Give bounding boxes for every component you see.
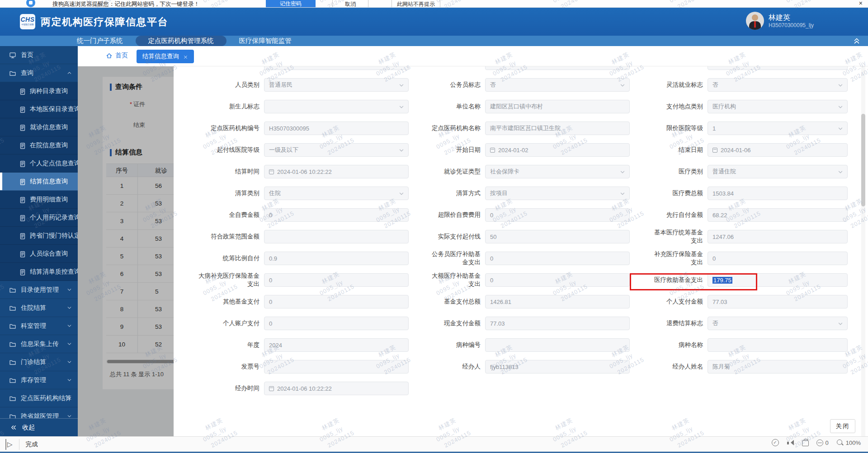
sidebar-item[interactable]: 个人定点信息查询 <box>0 154 78 173</box>
breadcrumb-home[interactable]: 首页 <box>106 51 128 60</box>
text-field[interactable] <box>485 338 630 352</box>
text-field[interactable]: 50 <box>485 230 630 243</box>
sidebar-item[interactable]: 目录使用管理 <box>0 281 78 299</box>
text-field[interactable]: 0 <box>485 252 630 265</box>
date-field[interactable]: 2024-01-06 10:22:22 <box>264 382 409 395</box>
sidebar-item[interactable]: 库存管理 <box>0 371 78 389</box>
select-field[interactable]: 普通住院 <box>708 165 848 178</box>
sidebar-item[interactable]: 本地医保目录查询 <box>0 100 78 118</box>
sidebar-item[interactable]: 个人用药记录查询 <box>0 209 78 227</box>
text-field[interactable]: 68.22 <box>708 208 848 222</box>
sidebar-item[interactable]: 病种目录查询 <box>0 82 78 100</box>
text-field[interactable]: fjyb113813 <box>485 360 630 374</box>
cancel-button[interactable]: 取消 <box>332 0 368 8</box>
text-field[interactable]: H35070300095 <box>264 121 409 135</box>
sidebar-item[interactable]: 结算信息查询 <box>0 173 78 191</box>
select-field[interactable]: 否 <box>708 317 848 330</box>
text-field[interactable]: 0.9 <box>264 252 409 265</box>
text-field[interactable] <box>708 66 848 70</box>
tab-institution-management[interactable]: 定点医药机构管理系统 <box>136 36 226 46</box>
security-check-icon[interactable]: ✓ <box>772 439 779 446</box>
text-field[interactable]: 77.03 <box>485 317 630 330</box>
field-value: 否 <box>712 81 718 89</box>
sidebar-item[interactable]: 就诊信息查询 <box>0 118 78 136</box>
text-field[interactable]: 0 <box>264 295 409 308</box>
date-field[interactable]: 2024-01-02 <box>485 143 630 157</box>
chevron-double-up-icon[interactable] <box>853 37 861 45</box>
sidebar-collapse-button[interactable]: 收起 <box>0 418 78 436</box>
select-field[interactable] <box>264 100 409 113</box>
chevron-down-icon <box>398 147 405 154</box>
user-box[interactable]: 林建英 H35070300095_ljy <box>746 12 814 30</box>
select-field[interactable]: 医疗机构 <box>708 100 848 113</box>
text-field[interactable] <box>485 66 630 70</box>
sidebar-item[interactable]: 首页 <box>0 46 78 64</box>
select-field[interactable]: 否 <box>485 78 630 92</box>
sidebar-item[interactable]: 跨省就医管理 <box>0 407 78 418</box>
field-label: 清算方式 <box>409 189 485 197</box>
scrollbar-thumb[interactable] <box>861 114 865 206</box>
page-tab-settlement-query[interactable]: 结算信息查询 <box>137 50 194 63</box>
chevron-down-icon <box>66 395 72 401</box>
tab-portal-subsystem[interactable]: 统一门户子系统 <box>64 36 136 46</box>
chevron-down-icon <box>837 104 844 110</box>
sidebar-item[interactable]: 跨省门慢门特认定... <box>0 227 78 245</box>
text-field[interactable]: 建阳区莒口镇中布村 <box>485 100 630 113</box>
text-field[interactable]: 0 <box>264 273 409 287</box>
select-field[interactable]: 1 <box>708 121 848 135</box>
avatar[interactable] <box>746 12 764 30</box>
text-field[interactable]: 0 <box>264 317 409 330</box>
text-field[interactable]: 2024 <box>264 338 409 352</box>
doc-icon <box>19 215 25 221</box>
field-value: 普通居民 <box>269 81 292 89</box>
sidebar-item[interactable]: 信息采集上传 <box>0 335 78 353</box>
select-field[interactable]: 按项目 <box>485 187 630 200</box>
text-field[interactable]: 南平市建阳区莒口镇卫生院 <box>485 121 630 135</box>
select-field[interactable]: 一级及以下 <box>264 143 409 157</box>
sidebar-item[interactable]: 科室管理 <box>0 317 78 335</box>
sidebar-item[interactable]: 费用明细查询 <box>0 191 78 209</box>
text-field[interactable]: 陈月菊 <box>708 360 848 374</box>
play-icon[interactable]: ▷ <box>5 439 19 450</box>
blocked-count-icon[interactable] <box>816 439 823 446</box>
close-icon[interactable] <box>183 54 188 59</box>
field-value: 68.22 <box>712 212 727 219</box>
date-field[interactable]: 2024-01-06 <box>708 143 848 157</box>
sidebar-item[interactable]: 查询 <box>0 64 78 82</box>
text-field[interactable]: 1503.84 <box>708 187 848 200</box>
sidebar-item[interactable]: 结算清单质控查询 <box>0 263 78 281</box>
text-field[interactable]: 179.75 <box>708 273 848 287</box>
sidebar-item[interactable]: 在院信息查询 <box>0 136 78 154</box>
sidebar-item[interactable]: 住院结算 <box>0 299 78 317</box>
sidebar-item[interactable]: 门诊结算 <box>0 353 78 371</box>
text-field[interactable] <box>264 66 409 70</box>
remember-password-button[interactable]: 记住密码 <box>266 0 316 8</box>
detail-form-clip: 人员类别普通居民公务员标志否灵活就业标志否新生儿标志单位名称建阳区莒口镇中布村支… <box>174 66 859 414</box>
select-field[interactable]: 普通居民 <box>264 78 409 92</box>
settlement-detail-modal: 人员类别普通居民公务员标志否灵活就业标志否新生儿标志单位名称建阳区莒口镇中布村支… <box>174 66 868 436</box>
select-field[interactable]: 否 <box>708 78 848 92</box>
text-field[interactable]: 0 <box>485 208 630 222</box>
close-icon[interactable]: × <box>859 0 863 7</box>
sidebar-item[interactable]: 人员综合查询 <box>0 245 78 263</box>
date-field[interactable]: 2024-01-06 10:22:22 <box>264 165 409 178</box>
select-field[interactable]: 社会保障卡 <box>485 165 630 178</box>
select-field[interactable]: 住院 <box>264 187 409 200</box>
text-field[interactable]: 1426.81 <box>485 295 630 308</box>
zoom-icon[interactable] <box>836 439 844 446</box>
text-field[interactable]: 1247.06 <box>708 230 848 243</box>
text-field[interactable]: 0 <box>264 208 409 222</box>
sidebar-item[interactable]: 定点医药机构结算 <box>0 389 78 407</box>
text-field[interactable]: 0 <box>485 273 630 287</box>
field-label: 经办人姓名 <box>630 363 708 371</box>
text-field[interactable]: 0 <box>708 252 848 265</box>
text-field[interactable] <box>264 230 409 243</box>
tab-smart-supervision[interactable]: 医疗保障智能监管 <box>226 36 304 46</box>
close-modal-button[interactable]: 关闭 <box>830 419 855 433</box>
speaker-icon[interactable] <box>787 439 794 446</box>
text-field[interactable] <box>264 360 409 374</box>
text-field[interactable] <box>708 338 848 352</box>
printer-icon[interactable] <box>802 440 809 446</box>
text-field[interactable]: 77.03 <box>708 295 848 308</box>
no-prompt-button[interactable]: 此网站不再提示 <box>392 0 440 8</box>
